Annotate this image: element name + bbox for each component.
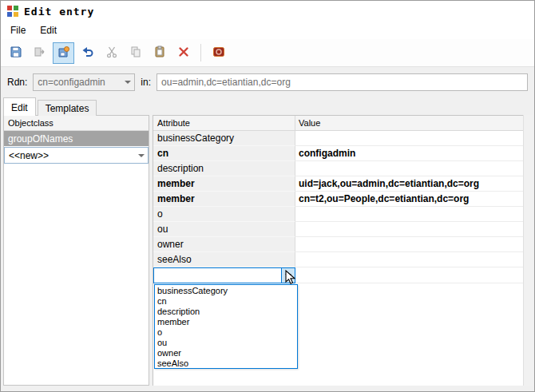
attribute-row[interactable]: o — [153, 207, 523, 222]
chevron-down-icon — [125, 81, 131, 84]
objectclass-new-value: <<new>> — [5, 150, 134, 161]
dropdown-option[interactable]: cn — [155, 295, 297, 306]
dropdown-option[interactable]: description — [155, 306, 297, 316]
new-attribute-value-cell[interactable] — [295, 267, 523, 283]
attribute-value-cell[interactable] — [295, 252, 523, 267]
save-icon — [10, 46, 22, 61]
attribute-row[interactable]: membercn=t2,ou=People,dc=etiantian,dc=or… — [153, 192, 523, 207]
attribute-name-cell[interactable]: seeAlso — [153, 252, 295, 267]
chevron-down-icon — [285, 274, 291, 277]
attribute-value-cell[interactable] — [295, 237, 523, 252]
rdn-form-row: Rdn: cn=configadmin in: ou=admin,dc=etia… — [1, 68, 534, 97]
objectclass-item-selected[interactable]: groupOfNames — [4, 131, 149, 146]
copy-icon — [129, 46, 142, 61]
save-button[interactable] — [5, 42, 26, 64]
value-column-header[interactable]: Value — [295, 116, 523, 130]
tab-bar: Edit Templates — [3, 97, 97, 116]
delete-icon — [177, 46, 190, 61]
in-label: in: — [141, 77, 151, 88]
paste-icon — [153, 46, 166, 61]
tab-templates[interactable]: Templates — [38, 100, 97, 116]
chevron-down-icon — [138, 154, 145, 157]
attribute-name-cell[interactable]: businessCategory — [153, 131, 295, 146]
attribute-rows: businessCategorycnconfigadmindescription… — [153, 131, 523, 267]
attribute-name-cell[interactable]: member — [153, 176, 295, 192]
cut-button[interactable] — [101, 42, 122, 64]
toolbar-separator — [200, 44, 201, 61]
attribute-value-cell[interactable]: cn=t2,ou=People,dc=etiantian,dc=org — [295, 192, 523, 207]
toolbar — [1, 39, 534, 67]
attribute-value-cell[interactable] — [295, 207, 523, 222]
rdn-combobox-value: cn=configadmin — [34, 77, 121, 88]
new-attribute-combobox-arrow[interactable] — [281, 268, 295, 283]
rdn-label: Rdn: — [7, 77, 27, 88]
attribute-panel: Attribute Value businessCategorycnconfig… — [153, 115, 523, 386]
new-attribute-combobox[interactable] — [153, 267, 295, 283]
vertical-scrollbar[interactable] — [523, 115, 533, 386]
edit-entry-window: Edit entry File Edit — [0, 0, 535, 392]
attribute-row[interactable]: cnconfigadmin — [153, 146, 523, 161]
attribute-value-cell[interactable] — [295, 131, 523, 146]
apply-template-button[interactable] — [53, 42, 74, 64]
objectclass-new-arrow[interactable] — [134, 148, 148, 163]
in-field[interactable]: ou=admin,dc=etiantian,dc=org — [157, 73, 528, 91]
menu-bar: File Edit — [1, 22, 534, 39]
attribute-row[interactable]: description — [153, 161, 523, 176]
undo-button[interactable] — [77, 42, 98, 64]
dropdown-option[interactable]: o — [155, 327, 297, 337]
copy-button[interactable] — [125, 42, 146, 64]
attribute-name-cell[interactable]: description — [153, 161, 295, 176]
new-attribute-combobox-value — [154, 268, 281, 283]
apply-template-icon — [57, 46, 70, 61]
attribute-name-cell[interactable]: o — [153, 207, 295, 222]
delete-button[interactable] — [172, 42, 194, 64]
dropdown-option[interactable]: member — [155, 316, 297, 327]
attribute-dropdown-list: businessCategorycndescriptionmemberoouow… — [154, 284, 298, 369]
rename-entry-icon — [34, 46, 46, 61]
rdn-combobox-arrow[interactable] — [121, 74, 134, 90]
attribute-row[interactable]: ou — [153, 222, 523, 237]
exit-icon — [212, 46, 225, 61]
attribute-name-cell[interactable]: ou — [153, 222, 295, 237]
attribute-row[interactable]: owner — [153, 237, 523, 252]
attribute-value-cell[interactable]: uid=jack,ou=admin,dc=etiantian,dc=org — [295, 176, 523, 192]
paste-button[interactable] — [149, 42, 170, 64]
attribute-name-cell[interactable]: cn — [153, 146, 295, 161]
objectclass-new-combobox[interactable]: <<new>> — [4, 147, 149, 164]
exit-button[interactable] — [208, 42, 229, 64]
attribute-name-cell[interactable]: owner — [153, 237, 295, 252]
rdn-combobox[interactable]: cn=configadmin — [33, 73, 135, 91]
new-attribute-row — [153, 267, 523, 283]
attribute-table-header: Attribute Value — [153, 116, 523, 131]
menu-file[interactable]: File — [3, 22, 33, 38]
attribute-name-cell[interactable]: member — [153, 192, 295, 207]
attribute-value-cell[interactable] — [295, 161, 523, 176]
app-icon — [7, 6, 18, 17]
attribute-row[interactable]: businessCategory — [153, 131, 523, 146]
attribute-value-cell[interactable]: configadmin — [295, 146, 523, 161]
objectclass-panel: Objectclass groupOfNames <<new>> — [3, 115, 149, 386]
attribute-column-header[interactable]: Attribute — [153, 116, 295, 130]
attribute-row[interactable]: seeAlso — [153, 252, 523, 267]
tab-edit[interactable]: Edit — [3, 97, 36, 116]
objectclass-header: Objectclass — [4, 116, 149, 131]
cut-icon — [105, 46, 118, 61]
dropdown-option[interactable]: ou — [155, 337, 297, 347]
dropdown-option[interactable]: owner — [155, 347, 297, 358]
attribute-value-cell[interactable] — [295, 222, 523, 237]
rename-entry-button[interactable] — [29, 42, 50, 64]
dropdown-option[interactable]: businessCategory — [155, 285, 297, 295]
menu-edit[interactable]: Edit — [33, 22, 64, 38]
title-bar: Edit entry — [1, 1, 534, 22]
attribute-row[interactable]: memberuid=jack,ou=admin,dc=etiantian,dc=… — [153, 176, 523, 192]
dropdown-option[interactable]: seeAlso — [155, 358, 297, 368]
undo-icon — [81, 46, 94, 61]
window-title: Edit entry — [24, 6, 94, 18]
